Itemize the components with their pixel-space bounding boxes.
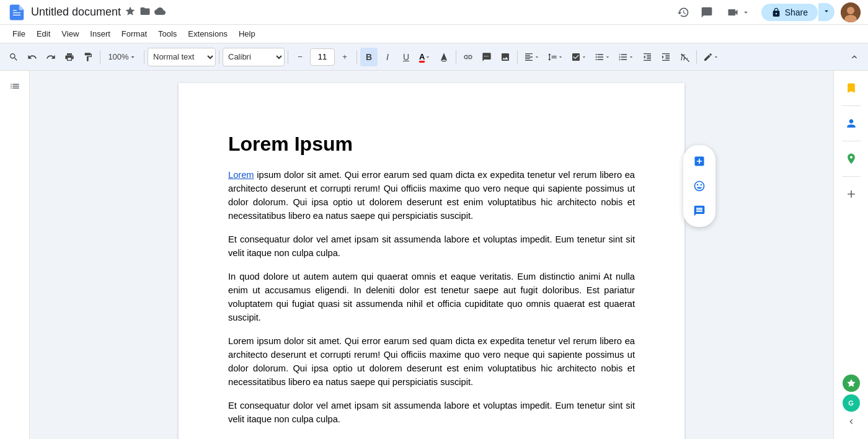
keep-button[interactable] [839, 76, 864, 100]
document-heading[interactable]: Lorem Ipsum [228, 133, 635, 156]
menu-item-tools[interactable]: Tools [153, 27, 182, 40]
star-icon[interactable] [125, 6, 136, 19]
undo-button[interactable] [24, 48, 41, 66]
lorem-link[interactable]: Lorem [228, 170, 254, 180]
maps-button[interactable] [839, 146, 864, 171]
menu-item-edit[interactable]: Edit [32, 27, 55, 40]
separator-7 [517, 50, 518, 64]
redo-button[interactable] [42, 48, 60, 66]
floating-actions [683, 145, 715, 227]
people-button[interactable] [839, 111, 864, 136]
bold-button[interactable]: B [360, 48, 378, 66]
drawing-button[interactable] [700, 48, 722, 66]
numbered-list-button[interactable] [615, 48, 637, 66]
insert-image-button[interactable] [497, 48, 514, 66]
highlight-color-button[interactable] [435, 48, 453, 66]
main-area: Lorem Ipsum Lorem ipsum dolor sit amet. … [0, 71, 868, 439]
share-area: Share [761, 3, 835, 21]
cloud-icon[interactable] [154, 6, 166, 19]
emoji-reaction-button[interactable] [688, 175, 711, 197]
outline-button[interactable] [6, 77, 24, 97]
line-spacing-button[interactable] [544, 48, 567, 66]
title-bar: Untitled document [0, 0, 868, 25]
comments-button[interactable] [698, 4, 715, 21]
font-size-input[interactable] [310, 48, 335, 66]
underline-button[interactable]: U [397, 48, 415, 66]
svg-rect-1 [13, 14, 21, 15]
document-title[interactable]: Untitled document [31, 6, 121, 19]
separator-2 [144, 50, 144, 64]
add-comment-button[interactable] [478, 48, 495, 66]
print-button[interactable] [61, 48, 78, 66]
share-label: Share [785, 7, 808, 17]
separator-4 [288, 50, 288, 64]
meet-button[interactable] [722, 4, 755, 21]
alignment-button[interactable] [521, 48, 543, 66]
right-sidebar-divider-1 [842, 105, 861, 106]
history-button[interactable] [675, 4, 692, 21]
green-assist-icon[interactable] [843, 375, 860, 392]
app-logo [7, 3, 26, 22]
menu-item-insert[interactable]: Insert [85, 27, 115, 40]
font-family-select[interactable]: Calibri Arial Times New Roman Georgia [223, 48, 285, 66]
toolbar-collapse-button[interactable] [846, 48, 863, 66]
bottom-right-icons: G [843, 375, 860, 434]
menu-item-extensions[interactable]: Extensions [183, 27, 232, 40]
paragraph-1[interactable]: Lorem ipsum dolor sit amet. Qui error ea… [228, 168, 635, 223]
italic-button[interactable]: I [379, 48, 396, 66]
search-button[interactable] [5, 48, 22, 66]
title-icons [125, 6, 166, 19]
text-color-button[interactable]: A [416, 48, 434, 66]
paragraph-5[interactable]: Et consequatur dolor vel amet ipsam sit … [228, 399, 635, 426]
toolbar: 100% Normal text Heading 1 Heading 2 Hea… [0, 43, 868, 71]
indent-decrease-button[interactable] [639, 48, 656, 66]
document-page: Lorem Ipsum Lorem ipsum dolor sit amet. … [179, 83, 684, 439]
menu-bar: File Edit View Insert Format Tools Exten… [0, 25, 868, 43]
separator-8 [696, 50, 697, 64]
expand-panel-button[interactable] [844, 414, 859, 429]
paragraph-2[interactable]: Et consequatur dolor vel amet ipsam sit … [228, 233, 635, 260]
folder-icon[interactable] [140, 6, 151, 19]
user-avatar[interactable] [841, 2, 861, 22]
menu-item-view[interactable]: View [56, 27, 84, 40]
indent-increase-button[interactable] [657, 48, 675, 66]
separator-1 [100, 50, 100, 64]
insert-link-button[interactable] [459, 48, 477, 66]
zoom-level[interactable]: 100% [104, 48, 141, 66]
font-size-increase[interactable]: + [336, 48, 353, 66]
document-area[interactable]: Lorem Ipsum Lorem ipsum dolor sit amet. … [30, 71, 833, 439]
header-right: Share [675, 2, 861, 22]
left-sidebar [0, 71, 30, 439]
share-button[interactable]: Share [761, 4, 818, 21]
paragraph-3[interactable]: In quod dolore ut autem autem qui quaera… [228, 270, 635, 324]
right-sidebar-divider-3 [842, 176, 861, 177]
clear-formatting-button[interactable] [676, 48, 693, 66]
text-style-select[interactable]: Normal text Heading 1 Heading 2 Heading … [148, 48, 216, 66]
menu-item-help[interactable]: Help [234, 27, 260, 40]
checklist-button[interactable] [568, 48, 590, 66]
separator-3 [219, 50, 219, 64]
menu-item-format[interactable]: Format [117, 27, 152, 40]
add-content-button[interactable] [688, 150, 711, 172]
separator-5 [356, 50, 357, 64]
svg-point-4 [847, 7, 854, 14]
add-comment-float-button[interactable] [688, 200, 711, 222]
svg-rect-2 [13, 10, 17, 11]
bullet-list-button[interactable] [591, 48, 614, 66]
paragraph-6[interactable]: In quod dolore ut autem autem qui quaera… [228, 436, 635, 439]
add-addon-button[interactable] [839, 182, 864, 206]
right-sidebar: G [833, 71, 868, 439]
doc-title-area: Untitled document [31, 6, 675, 19]
svg-rect-0 [13, 12, 21, 13]
grammarly-icon[interactable]: G [843, 394, 860, 412]
right-sidebar-divider-2 [842, 141, 861, 141]
paragraph-4[interactable]: Lorem ipsum dolor sit amet. Qui error ea… [228, 334, 635, 389]
paragraph-1-text: ipsum dolor sit amet. Qui error earum se… [228, 170, 635, 221]
separator-6 [456, 50, 456, 64]
share-dropdown-arrow[interactable] [818, 3, 835, 21]
paint-format-button[interactable] [79, 48, 97, 66]
font-size-decrease[interactable]: − [291, 48, 309, 66]
menu-item-file[interactable]: File [7, 27, 30, 40]
zoom-value: 100% [108, 52, 128, 61]
